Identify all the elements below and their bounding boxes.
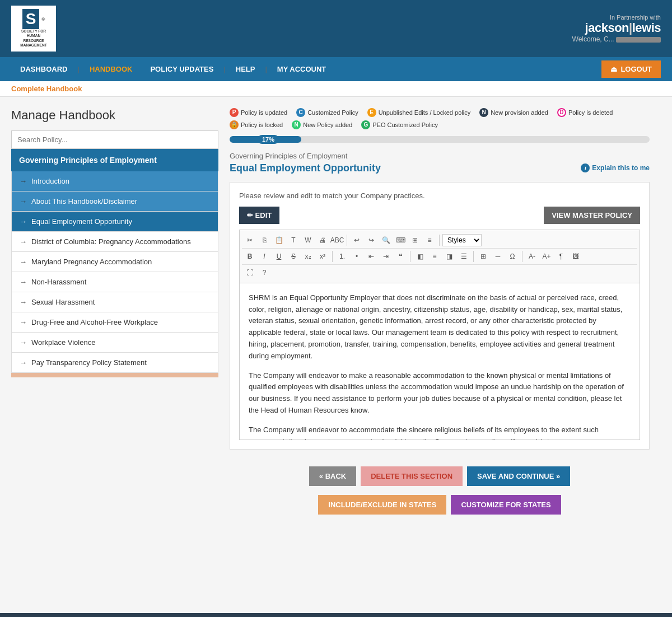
toolbar-find[interactable]: 🔍: [379, 233, 393, 247]
top-header: S ® SOCIETY FOR HUMANRESOURCE MANAGEMENT…: [0, 0, 672, 57]
page-content: Manage Handbook Governing Principles of …: [0, 97, 672, 602]
delete-button[interactable]: DELETE THIS SECTION: [361, 466, 463, 486]
toolbar-undo[interactable]: ↩: [350, 233, 363, 247]
action-buttons-row2: INCLUDE/EXCLUDE IN STATES CUSTOMIZE FOR …: [230, 489, 650, 520]
toolbar-ul[interactable]: •: [350, 250, 363, 263]
toolbar-source[interactable]: ⌨: [394, 233, 407, 247]
toolbar-blockquote[interactable]: ❝: [394, 250, 407, 263]
logout-button[interactable]: ⏏ LOGOUT: [601, 60, 661, 78]
editor-paragraph-1: SHRM is an Equal Opportunity Employer th…: [249, 292, 631, 362]
action-buttons: « BACK DELETE THIS SECTION SAVE AND CONT…: [230, 461, 650, 492]
toolbar-bold[interactable]: B: [243, 250, 256, 263]
editor-toolbar: ✂ ⎘ 📋 T W 🖨 ABC ↩ ↪ 🔍 ⌨ ⊞ ≡ Styl: [239, 230, 640, 283]
toolbar-paste-text[interactable]: T: [287, 233, 300, 247]
toolbar-fullscreen[interactable]: ⛶: [243, 266, 256, 279]
arrow-icon: →: [20, 318, 27, 326]
progress-label: 17%: [258, 135, 279, 144]
toolbar-outdent[interactable]: ⇤: [365, 250, 378, 263]
toolbar-align-center[interactable]: ≡: [428, 250, 441, 263]
toolbar-sep-3: [332, 251, 333, 262]
arrow-icon: →: [20, 278, 27, 286]
toolbar-cut[interactable]: ✂: [243, 233, 256, 247]
toolbar-font-size[interactable]: A-: [525, 250, 539, 263]
toolbar-italic[interactable]: I: [258, 250, 271, 263]
legend-item-unpublished: E Unpublished Edits / Locked policy: [367, 108, 470, 117]
sidebar-item-eeo[interactable]: → Equal Employment Opportunity: [11, 212, 218, 232]
toolbar-ol[interactable]: 1.: [335, 250, 349, 263]
shrm-fullname: SOCIETY FOR HUMANRESOURCE MANAGEMENT: [16, 29, 52, 48]
arrow-icon: →: [20, 358, 27, 367]
editor-paragraph-3: The Company will endeavor to accommodate…: [249, 424, 631, 440]
arrow-icon: →: [20, 177, 27, 185]
shrm-sub: ®: [41, 17, 45, 22]
view-master-button[interactable]: VIEW MASTER POLICY: [544, 207, 640, 224]
toolbar-justify[interactable]: ☰: [457, 250, 470, 263]
toolbar-strikethrough[interactable]: S: [287, 250, 300, 263]
toolbar-redo[interactable]: ↪: [365, 233, 378, 247]
toolbar-align-left[interactable]: ◧: [413, 250, 427, 263]
toolbar-special-char[interactable]: Ω: [506, 250, 519, 263]
sidebar-item-introduction[interactable]: → Introduction: [11, 171, 218, 191]
toolbar-align[interactable]: ≡: [423, 233, 436, 247]
breadcrumb-link[interactable]: Complete Handbook: [11, 85, 82, 93]
toolbar-underline[interactable]: U: [272, 250, 286, 263]
shrm-logo: S ® SOCIETY FOR HUMANRESOURCE MANAGEMENT: [11, 6, 56, 52]
customize-states-button[interactable]: CUSTOMIZE FOR STATES: [451, 495, 561, 515]
legend-badge-locked: 🔒: [230, 120, 239, 129]
toolbar-help[interactable]: ?: [258, 266, 271, 279]
editor-actions: ✏ EDIT VIEW MASTER POLICY: [239, 207, 640, 224]
editor-content[interactable]: SHRM is an Equal Opportunity Employer th…: [239, 283, 640, 440]
arrow-icon: →: [20, 217, 27, 226]
partner-label: In Partnership with: [572, 14, 661, 21]
explain-link[interactable]: i Explain this to me: [581, 163, 650, 172]
nav-policy-updates[interactable]: POLICY UPDATES: [141, 57, 222, 81]
nav-dashboard[interactable]: DASHBOARD: [11, 57, 77, 81]
arrow-icon: →: [20, 338, 27, 347]
toolbar-paste-word[interactable]: W: [301, 233, 315, 247]
toolbar-sep-2: [439, 235, 440, 246]
toolbar-table-insert[interactable]: ⊞: [408, 233, 422, 247]
toolbar-superscript[interactable]: x²: [316, 250, 329, 263]
sidebar-item-dc-pregnancy[interactable]: → District of Columbia: Pregnancy Accomm…: [11, 232, 218, 252]
welcome-text: Welcome, C...: [572, 35, 661, 43]
toolbar-paste[interactable]: 📋: [272, 233, 286, 247]
nav-sep2: |: [222, 65, 226, 73]
toolbar-subscript[interactable]: x₂: [301, 250, 315, 263]
sidebar-section-header: Governing Principles of Employment: [11, 149, 218, 171]
toolbar-print[interactable]: 🖨: [316, 233, 329, 247]
toolbar-insert-table[interactable]: ⊞: [477, 250, 490, 263]
partner-name: jackson|lewis: [572, 21, 661, 35]
edit-button[interactable]: ✏ EDIT: [239, 207, 279, 224]
toolbar-format[interactable]: ¶: [554, 250, 568, 263]
shrm-letter-icon: S: [22, 9, 40, 29]
sidebar-item-workplace-violence[interactable]: → Workplace Violence: [11, 333, 218, 353]
search-input[interactable]: [11, 130, 218, 149]
toolbar-copy[interactable]: ⎘: [258, 233, 271, 247]
nav-help[interactable]: HELP: [227, 57, 264, 81]
toolbar-sep-6: [522, 251, 522, 262]
sidebar-item-sexual-harassment[interactable]: → Sexual Harassment: [11, 292, 218, 312]
back-button[interactable]: « BACK: [309, 466, 356, 486]
sidebar-item-drug-free[interactable]: → Drug-Free and Alcohol-Free Workplace: [11, 312, 218, 333]
toolbar-hr[interactable]: ─: [491, 250, 505, 263]
toolbar-align-right[interactable]: ◨: [442, 250, 456, 263]
include-exclude-button[interactable]: INCLUDE/EXCLUDE IN STATES: [318, 495, 446, 515]
toolbar-font-color[interactable]: A+: [540, 250, 553, 263]
sidebar-item-non-harassment[interactable]: → Non-Harassment: [11, 272, 218, 292]
nav-sep1: |: [77, 65, 81, 73]
toolbar-styles-dropdown[interactable]: Styles: [442, 234, 482, 246]
toolbar-image[interactable]: 🖼: [569, 250, 582, 263]
toolbar-indent[interactable]: ⇥: [379, 250, 393, 263]
partner-info: In Partnership with jackson|lewis Welcom…: [572, 14, 661, 43]
sidebar: Manage Handbook Governing Principles of …: [11, 108, 218, 591]
toolbar-spellcheck[interactable]: ABC: [330, 233, 344, 247]
nav-my-account[interactable]: MY ACCOUNT: [268, 57, 335, 81]
section-path: Governing Principles of Employment: [230, 152, 650, 160]
save-continue-button[interactable]: SAVE AND CONTINUE »: [467, 466, 570, 486]
editor-box: Please review and edit to match your Com…: [230, 182, 650, 450]
sidebar-item-about[interactable]: → About This Handbook/Disclaimer: [11, 191, 218, 212]
legend: P Policy is updated C Customized Policy …: [230, 108, 650, 129]
nav-handbook[interactable]: HANDBOOK: [81, 57, 142, 81]
sidebar-item-pay-transparency[interactable]: → Pay Transparency Policy Statement: [11, 353, 218, 373]
sidebar-item-md-pregnancy[interactable]: → Maryland Pregnancy Accommodation: [11, 252, 218, 272]
